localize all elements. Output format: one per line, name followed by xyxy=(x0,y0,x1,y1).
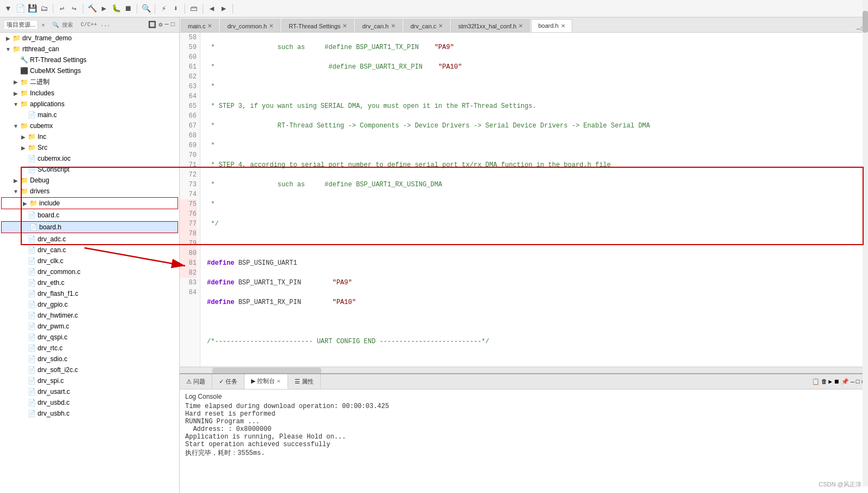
save-all-icon[interactable]: 🗂 xyxy=(39,4,49,14)
tree-item-inc[interactable]: ▶ 📁 Inc xyxy=(0,131,179,142)
tab-close-icon[interactable]: ✕ xyxy=(561,23,565,29)
tree-item-sconscript[interactable]: 📄 SConscript xyxy=(0,164,179,175)
sidebar-icon-maximize[interactable]: □ xyxy=(171,21,175,29)
tree-item-drv-clk-c[interactable]: 📄 drv_clk.c xyxy=(0,255,179,266)
editor-hscroll[interactable] xyxy=(180,367,868,373)
tree-item-drv-common-c[interactable]: 📄 drv_common.c xyxy=(0,266,179,277)
tree-item-rt-thread-settings[interactable]: 🔧 RT-Thread Settings xyxy=(0,54,179,65)
tree-item-drivers[interactable]: ▼ 📁 drivers xyxy=(0,186,179,197)
tree-item-drv-usbh-c[interactable]: 📄 drv_usbh.c xyxy=(0,408,179,419)
tree-item-drv-eth-c[interactable]: 📄 drv_eth.c xyxy=(0,277,179,288)
tree-item-main-c[interactable]: 📄 main.c xyxy=(0,109,179,120)
sidebar-close-icon[interactable]: ✕ xyxy=(41,22,45,28)
tree-item-applications[interactable]: ▼ 📁 applications xyxy=(0,99,179,109)
tab-close-icon[interactable]: ✕ xyxy=(207,23,212,29)
sidebar-tab-cpp[interactable]: C/C++ ... xyxy=(81,22,110,28)
tree-item-drv-hwtimer-c[interactable]: 📄 drv_hwtimer.c xyxy=(0,310,179,321)
tab-close-icon[interactable]: ✕ xyxy=(438,23,443,29)
download-icon[interactable]: ⬇ xyxy=(171,4,181,14)
file-icon: 📄 xyxy=(27,387,36,396)
tree-item-binary[interactable]: ▶ 📁 二进制 xyxy=(0,76,179,88)
tree-item-drv-soft-i2c-c[interactable]: 📄 drv_soft_i2c.c xyxy=(0,364,179,375)
hscroll-thumb[interactable] xyxy=(212,368,321,373)
file-icon: 📄 xyxy=(27,165,36,174)
tree-item-rtthread-can[interactable]: ▼ 📁 rtthread_can xyxy=(0,44,179,54)
editor-tab-drv-common-h[interactable]: drv_common.h ✕ xyxy=(220,19,280,32)
tree-item-cubemx-settings[interactable]: ⬛ CubeMX Settings xyxy=(0,65,179,76)
code-lines[interactable]: * such as #define BSP_UART1_TX_PIN "PA9"… xyxy=(200,33,868,367)
new-file-icon[interactable]: 📄 xyxy=(15,4,25,14)
console-icon-clear[interactable]: 🗑 xyxy=(821,378,827,385)
console-icon-minimize[interactable]: — xyxy=(851,379,854,385)
editor-tab-rt-thread-settings[interactable]: RT-Thread Settings ✕ xyxy=(282,19,354,32)
tab-tasks[interactable]: ✓ 任务 xyxy=(212,374,244,389)
tree-item-board-c[interactable]: 📄 board.c xyxy=(0,210,179,221)
tree-item-board-h[interactable]: 📄 board.h xyxy=(1,221,178,233)
layers-icon[interactable]: 🗃 xyxy=(189,4,199,14)
build-icon[interactable]: 🔨 xyxy=(87,4,97,14)
tab-problems[interactable]: ⚠ 问题 xyxy=(180,374,212,389)
save-icon[interactable]: 💾 xyxy=(27,4,37,14)
tab-properties[interactable]: ☰ 属性 xyxy=(288,374,321,389)
tree-item-drv-adc-c[interactable]: 📄 drv_adc.c xyxy=(0,234,179,245)
tree-item-cubemx-ioc[interactable]: 📄 cubemx.ioc xyxy=(0,153,179,164)
flash-icon[interactable]: ⚡ xyxy=(159,4,169,14)
toolbar-icon-dropdown[interactable]: ▼ xyxy=(3,4,13,14)
sidebar-icon-minimize[interactable]: — xyxy=(165,21,169,29)
vertical-scrollbar[interactable] xyxy=(863,33,868,367)
debug-icon[interactable]: 🐛 xyxy=(111,4,121,14)
tab-close-icon[interactable]: ✕ xyxy=(343,23,347,29)
sidebar-icon-collapse[interactable]: 🔲 xyxy=(148,21,156,29)
tree-item-drv-qspi-c[interactable]: 📄 drv_qspi.c xyxy=(0,332,179,343)
tab-label: 控制台 xyxy=(257,377,275,385)
tree-item-drv-gpio-c[interactable]: 📄 drv_gpio.c xyxy=(0,299,179,310)
tree-item-cubemx[interactable]: ▼ 📁 cubemx xyxy=(0,120,179,131)
tree-item-drv-flash-f1-c[interactable]: 📄 drv_flash_f1.c xyxy=(0,288,179,299)
sidebar-tab-search[interactable]: 🔍 搜索 xyxy=(52,21,73,29)
tree-item-drv-usbd-c[interactable]: 📄 drv_usbd.c xyxy=(0,397,179,408)
tree-item-drv-frame-demo[interactable]: ▶ 📁 drv_frame_demo xyxy=(0,33,179,44)
run-icon[interactable]: ▶ xyxy=(99,4,109,14)
redo-icon[interactable]: ↪ xyxy=(69,4,79,14)
tree-item-drv-spi-c[interactable]: 📄 drv_spi.c xyxy=(0,375,179,386)
console-icon-copy[interactable]: 📋 xyxy=(812,378,820,385)
tree-item-drv-sdio-c[interactable]: 📄 drv_sdio.c xyxy=(0,354,179,364)
editor-scroll-area[interactable]: 58 59 60 61 62 63 64 65 66 67 68 69 xyxy=(180,33,868,367)
sidebar-tab-project[interactable]: 项目资源... xyxy=(4,21,38,29)
editor-tab-board-h[interactable]: board.h ✕ xyxy=(531,19,572,32)
back-icon[interactable]: ◀ xyxy=(207,4,217,14)
tree-item-includes[interactable]: ▶ 📁 Includes xyxy=(0,88,179,99)
undo-icon[interactable]: ↩ xyxy=(57,4,67,14)
editor-tab-main-c[interactable]: main.c ✕ xyxy=(181,19,219,32)
tab-close-icon[interactable]: ✕ xyxy=(277,379,281,384)
tab-close-icon[interactable]: ✕ xyxy=(391,23,395,29)
tree-item-include[interactable]: ▶ 📁 include xyxy=(1,197,178,209)
sep7 xyxy=(233,4,233,14)
tab-close-icon[interactable]: ✕ xyxy=(269,23,273,29)
minimize-editor-icon[interactable]: — xyxy=(857,26,860,32)
editor-tab-drv-can-c[interactable]: drv_can.c ✕ xyxy=(404,19,450,32)
editor-tab-stm32-hal[interactable]: stm32f1xx_hal_conf.h ✕ xyxy=(451,19,530,32)
tree-item-drv-can-c[interactable]: 📄 drv_can.c xyxy=(0,245,179,255)
tree-item-debug[interactable]: ▶ 📁 Debug xyxy=(0,175,179,186)
tab-console[interactable]: ▶ 控制台 ✕ xyxy=(244,374,288,389)
console-icon-run[interactable]: ▶ xyxy=(829,378,833,385)
tree-label: Debug xyxy=(30,176,49,184)
tab-close-icon[interactable]: ✕ xyxy=(518,23,523,29)
console-icon-pin[interactable]: 📌 xyxy=(841,378,849,385)
sidebar-icon-settings[interactable]: ⚙ xyxy=(158,21,162,29)
tree-item-src[interactable]: ▶ 📁 Src xyxy=(0,142,179,153)
forward-icon[interactable]: ▶ xyxy=(219,4,229,14)
search-icon[interactable]: 🔍 xyxy=(141,4,151,14)
tree-label: drv_clk.c xyxy=(38,257,63,265)
console-icon-stop[interactable]: ⏹ xyxy=(834,378,840,385)
tab-label: drv_common.h xyxy=(227,23,267,29)
tree-item-drv-rtc-c[interactable]: 📄 drv_rtc.c xyxy=(0,343,179,354)
tree-item-drv-pwm-c[interactable]: 📄 drv_pwm.c xyxy=(0,321,179,332)
tree-item-drv-usart-c[interactable]: 📄 drv_usart.c xyxy=(0,386,179,397)
stop-icon[interactable]: ⏹ xyxy=(123,4,133,14)
console-line-7: 执行完毕，耗时：3555ms. xyxy=(185,448,863,458)
console-icon-maximize[interactable]: □ xyxy=(856,379,860,385)
editor-tab-drv-can-h[interactable]: drv_can.h ✕ xyxy=(355,19,402,32)
tree-label: Includes xyxy=(30,89,54,97)
